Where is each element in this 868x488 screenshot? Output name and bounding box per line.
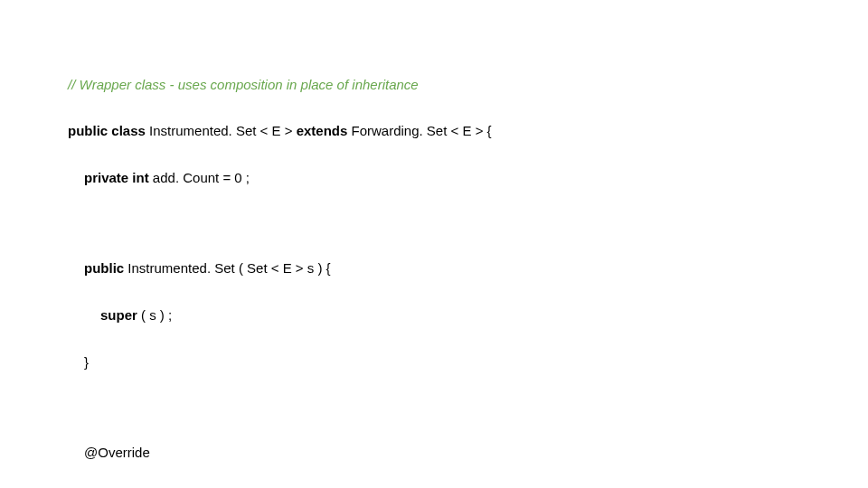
close-brace: } (68, 354, 868, 370)
ctor-decl: public Instrumented. Set ( Set < E > s )… (68, 260, 868, 276)
code-block: // Wrapper class - uses composition in p… (68, 45, 868, 488)
blank-line (68, 401, 868, 414)
blank-line (68, 217, 868, 230)
override-annotation: @Override (68, 445, 868, 460)
ctor-body: super ( s ) ; (68, 307, 868, 323)
comment-line: // Wrapper class - uses composition in p… (68, 77, 868, 92)
field-decl: private int add. Count = 0 ; (68, 170, 868, 185)
class-decl: public class Instrumented. Set < E > ext… (68, 123, 868, 138)
code-slide: // Wrapper class - uses composition in p… (0, 0, 868, 488)
